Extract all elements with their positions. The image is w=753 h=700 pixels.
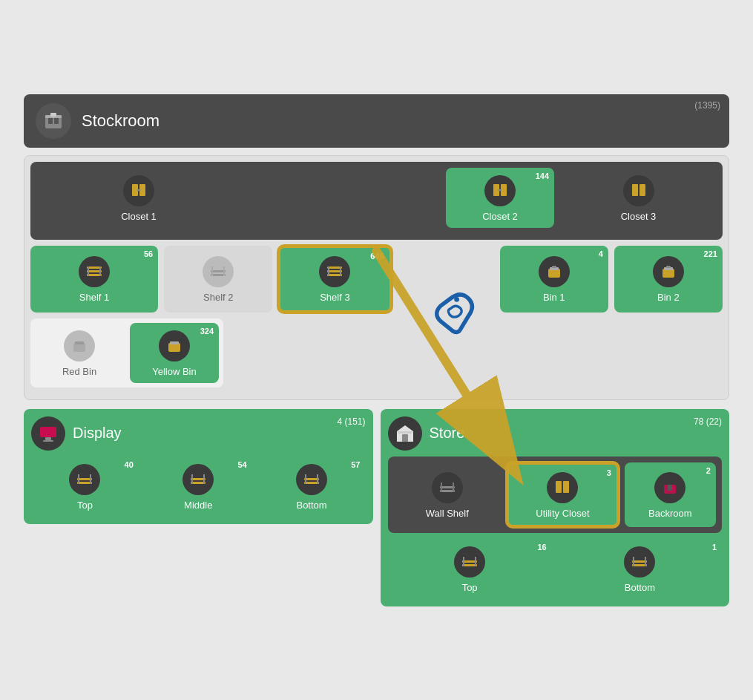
display-icon xyxy=(31,416,65,451)
svg-rect-64 xyxy=(556,481,562,493)
wallshelf-icon xyxy=(432,472,463,503)
redbin-card[interactable]: Red Bin xyxy=(35,323,124,383)
svg-rect-59 xyxy=(398,431,412,434)
stockroom-header[interactable]: (1395) Stockroom xyxy=(24,94,729,148)
shelf3-card[interactable]: 646 Shelf 3 xyxy=(278,246,391,313)
storebottom-card[interactable]: 1 Bottom xyxy=(558,539,722,599)
shelf2-label: Shelf 2 xyxy=(203,292,233,303)
closet3-card[interactable]: Closet 3 xyxy=(560,168,717,228)
bins-row: Red Bin 324 Yellow Bin xyxy=(30,318,223,387)
svg-rect-62 xyxy=(441,483,442,492)
utilitycloset-badge: 3 xyxy=(607,468,611,477)
closet2-badge: 144 xyxy=(536,171,549,180)
shelf-row: 56 Shelf 1 xyxy=(30,246,723,313)
storetop-card[interactable]: 16 Top xyxy=(388,539,552,599)
svg-rect-41 xyxy=(170,341,179,344)
closet2-icon xyxy=(484,175,516,206)
storetop-label: Top xyxy=(462,582,478,593)
yellowbin-icon xyxy=(159,330,190,362)
svg-rect-44 xyxy=(43,440,53,442)
svg-rect-71 xyxy=(475,557,476,566)
svg-rect-21 xyxy=(88,266,89,276)
svg-rect-34 xyxy=(552,266,556,268)
display-bottom-card[interactable]: 57 Bottom xyxy=(258,457,366,517)
svg-rect-17 xyxy=(639,184,645,196)
svg-rect-31 xyxy=(340,266,341,276)
display-middle-badge: 54 xyxy=(237,460,246,469)
redbin-label: Red Bin xyxy=(62,366,96,377)
display-middle-card[interactable]: 54 Middle xyxy=(145,457,252,517)
display-top-card[interactable]: 40 Top xyxy=(31,457,139,517)
closet1-icon xyxy=(123,175,154,206)
svg-rect-22 xyxy=(99,266,101,276)
bin2-badge: 221 xyxy=(704,249,717,258)
display-middle-label: Middle xyxy=(184,500,212,511)
display-children: 40 Top xyxy=(31,457,366,517)
svg-rect-42 xyxy=(40,427,56,437)
bin1-icon xyxy=(539,256,570,287)
shelf1-icon xyxy=(79,256,110,287)
store-title: Store xyxy=(430,425,465,442)
svg-rect-37 xyxy=(666,266,671,268)
display-top-label: Top xyxy=(77,500,93,511)
svg-rect-51 xyxy=(191,474,193,484)
display-bottom-label: Bottom xyxy=(296,500,326,511)
store-section: 78 (22) Store xyxy=(381,409,730,606)
main-container: (1395) Stockroom xyxy=(15,85,738,615)
utilitycloset-icon xyxy=(547,472,578,503)
display-title: Display xyxy=(73,425,122,442)
bin1-card[interactable]: 4 Bin 1 xyxy=(500,246,608,313)
bin1-label: Bin 1 xyxy=(543,292,565,303)
shelf3-badge: 646 xyxy=(370,252,384,261)
shelf1-label: Shelf 1 xyxy=(79,292,109,303)
svg-rect-56 xyxy=(317,474,318,484)
shelf3-label: Shelf 3 xyxy=(320,292,349,303)
display-top-icon xyxy=(69,464,100,495)
svg-point-15 xyxy=(500,189,502,191)
svg-rect-43 xyxy=(45,437,51,440)
display-top-badge: 40 xyxy=(125,460,134,469)
wallshelf-card[interactable]: Wall Shelf xyxy=(394,462,502,527)
svg-rect-26 xyxy=(223,266,225,276)
svg-rect-48 xyxy=(90,474,91,484)
bin1-badge: 4 xyxy=(599,249,603,258)
storebottom-badge: 1 xyxy=(712,543,717,552)
svg-rect-7 xyxy=(50,113,56,117)
backroom-label: Backroom xyxy=(648,508,692,519)
storetop-icon xyxy=(454,546,485,578)
stockroom-icon xyxy=(36,103,71,139)
closet-row: Closet 1 144 xyxy=(36,168,717,228)
backroom-card[interactable]: 2 Backroom xyxy=(625,462,716,527)
bottom-row: 4 (151) Display 40 xyxy=(24,409,729,606)
shelf1-card[interactable]: 56 Shelf 1 xyxy=(30,246,158,313)
shelf2-icon xyxy=(203,256,234,287)
display-badge: 4 (151) xyxy=(337,416,365,427)
yellowbin-card[interactable]: 324 Yellow Bin xyxy=(130,323,219,383)
redbin-icon xyxy=(64,330,95,362)
closet3-label: Closet 3 xyxy=(621,211,657,222)
bin2-icon xyxy=(653,256,684,287)
closet2-label: Closet 2 xyxy=(482,211,518,222)
svg-rect-63 xyxy=(453,483,454,492)
closet2-card[interactable]: 144 Closet 2 xyxy=(446,168,554,228)
backroom-icon xyxy=(654,472,685,503)
svg-rect-47 xyxy=(78,474,79,484)
utilitycloset-card[interactable]: 3 Utility Closet xyxy=(507,462,619,527)
svg-rect-16 xyxy=(632,184,638,196)
utilitycloset-label: Utility Closet xyxy=(536,508,589,519)
display-bottom-badge: 57 xyxy=(351,460,360,469)
bin2-card[interactable]: 221 Bin 2 xyxy=(614,246,723,313)
shelf2-card[interactable]: Shelf 2 xyxy=(164,246,272,313)
closet1-card[interactable]: Closet 1 xyxy=(36,168,241,228)
svg-rect-74 xyxy=(633,557,634,566)
closet1-label: Closet 1 xyxy=(121,211,157,222)
svg-rect-65 xyxy=(563,481,569,493)
svg-rect-58 xyxy=(402,434,408,442)
backroom-badge: 2 xyxy=(706,466,711,475)
svg-rect-30 xyxy=(328,266,329,276)
storetop-badge: 16 xyxy=(538,543,547,552)
closet-row-container: Closet 1 144 xyxy=(30,162,723,240)
svg-rect-55 xyxy=(305,474,306,484)
svg-rect-52 xyxy=(203,474,205,484)
stockroom-count: (1395) xyxy=(694,100,720,111)
